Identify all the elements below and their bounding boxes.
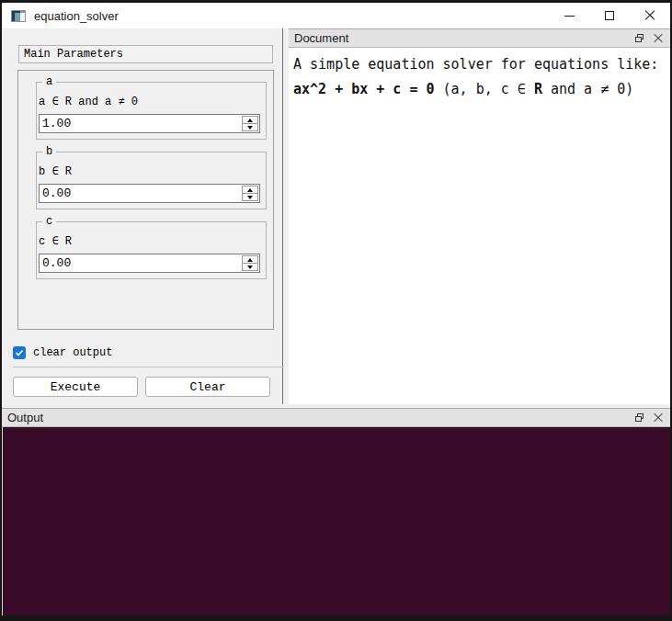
param-a-legend: a xyxy=(42,75,56,88)
parameters-panel: Main Parameters a a ∈ R and a ≠ 0 xyxy=(2,28,283,404)
param-a-constraint: a ∈ R and a ≠ 0 xyxy=(39,95,260,108)
clear-output-checkbox[interactable] xyxy=(13,346,26,359)
param-c-legend: c xyxy=(42,215,56,228)
dock-close-icon[interactable] xyxy=(654,413,663,423)
document-line-2: ax^2 + bx + c = 0 (a, b, c ∈ R and a ≠ 0… xyxy=(293,77,666,102)
arrow-up-icon xyxy=(247,258,253,262)
output-dock-titlebar[interactable]: Output xyxy=(2,408,670,427)
param-c-spinbox[interactable] xyxy=(39,254,260,273)
clear-output-label: clear output xyxy=(33,346,112,359)
arrow-up-icon xyxy=(247,119,253,122)
minimize-icon xyxy=(564,16,575,17)
param-c-spin-down-button[interactable] xyxy=(243,264,257,270)
execute-button[interactable]: Execute xyxy=(13,377,138,397)
param-b-constraint: b ∈ R xyxy=(39,164,260,178)
param-a-spinbox[interactable] xyxy=(39,114,260,133)
window-title: equation_solver xyxy=(34,9,119,23)
window-titlebar[interactable]: equation_solver xyxy=(2,3,670,28)
arrow-down-icon xyxy=(247,126,253,130)
param-a-spin-up-button[interactable] xyxy=(243,117,257,124)
dock-close-icon[interactable] xyxy=(654,34,663,43)
parameters-groupbox: a a ∈ R and a ≠ 0 xyxy=(17,70,274,330)
output-dock-title: Output xyxy=(7,411,43,424)
minimize-button[interactable] xyxy=(549,3,589,28)
param-group-b: b b ∈ R xyxy=(36,152,267,209)
output-console xyxy=(2,427,670,615)
param-b-spinbox[interactable] xyxy=(39,184,260,203)
maximize-icon xyxy=(605,11,614,20)
arrow-down-icon xyxy=(247,265,253,269)
checkmark-icon xyxy=(15,348,24,357)
document-dock: Document A simple equation solver for eq… xyxy=(289,28,670,404)
param-c-input[interactable] xyxy=(40,254,241,272)
param-a-input[interactable] xyxy=(40,115,241,132)
close-button[interactable] xyxy=(630,3,670,28)
param-group-a: a a ∈ R and a ≠ 0 xyxy=(36,82,267,140)
maximize-button[interactable] xyxy=(589,3,630,28)
param-b-spin-down-button[interactable] xyxy=(243,194,257,200)
dock-float-icon[interactable] xyxy=(635,413,644,422)
param-b-spin-up-button[interactable] xyxy=(243,186,257,194)
app-window: equation_solver Main Parameters a xyxy=(0,0,672,621)
output-dock: Output xyxy=(2,408,670,615)
param-a-spin-down-button[interactable] xyxy=(243,124,257,130)
document-dock-titlebar[interactable]: Document xyxy=(289,28,670,48)
main-parameters-header[interactable]: Main Parameters xyxy=(18,45,273,63)
param-c-constraint: c ∈ R xyxy=(39,234,260,248)
param-b-input[interactable] xyxy=(40,185,241,202)
app-icon xyxy=(11,10,26,22)
document-content: A simple equation solver for equations l… xyxy=(289,48,670,404)
arrow-up-icon xyxy=(247,188,253,192)
document-line-1: A simple equation solver for equations l… xyxy=(293,52,666,77)
clear-button[interactable]: Clear xyxy=(145,377,270,397)
divider-line xyxy=(13,367,283,367)
param-c-spin-up-button[interactable] xyxy=(243,256,257,264)
param-b-legend: b xyxy=(42,145,56,158)
param-group-c: c c ∈ R xyxy=(36,221,267,279)
close-icon xyxy=(644,10,655,21)
document-dock-title: Document xyxy=(294,31,348,45)
dock-float-icon[interactable] xyxy=(635,34,644,42)
arrow-down-icon xyxy=(247,196,253,199)
